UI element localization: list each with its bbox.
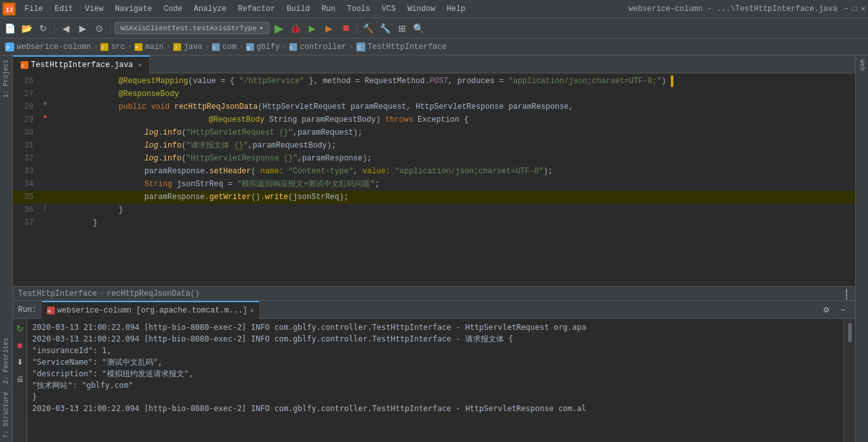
- menu-build[interactable]: Build: [282, 3, 315, 15]
- tab-bar: c TestHttpInterface.java ✕: [13, 55, 855, 73]
- breadcrumb-com[interactable]: com: [222, 43, 236, 52]
- code-line-31: 31 log.info("请求报文体 {}",paramRequestBody)…: [13, 139, 855, 152]
- menu-code[interactable]: Code: [159, 3, 188, 15]
- search-everywhere-btn[interactable]: 🔍: [412, 21, 426, 35]
- menu-file[interactable]: File: [19, 3, 48, 15]
- line-content-32[interactable]: log.info("HttpServletResponse {}",paramR…: [52, 152, 855, 165]
- line-num-37: 37: [13, 216, 39, 229]
- run-btn[interactable]: ▶: [272, 21, 286, 35]
- run-scrollbar[interactable]: [844, 319, 855, 442]
- toolbar: 📄 📂 ↻ ◀ ▶ ⊙ WSAxisClientTest.testAxisStr…: [0, 18, 868, 39]
- line-num-33: 33: [13, 165, 39, 178]
- run-config-label: WSAxisClientTest.testAxisStrType: [121, 24, 256, 32]
- rerun-btn[interactable]: ↻: [13, 322, 27, 336]
- line-content-34[interactable]: String jsonStrReq = "模拟返回响应报文+测试中文乱码问题";: [52, 178, 855, 191]
- line-content-36[interactable]: }: [52, 204, 855, 216]
- code-line-30: 30 log.info("HttpServletRequest {}",para…: [13, 126, 855, 139]
- run-config-dropdown[interactable]: WSAxisClientTest.testAxisStrType ▾: [115, 22, 269, 34]
- tab-close-btn[interactable]: ✕: [138, 61, 142, 69]
- menu-vcs[interactable]: VCS: [377, 3, 401, 15]
- run-panel: Run: m webserice-column [org.apache.tomc…: [13, 300, 855, 442]
- breadcrumb-java[interactable]: java: [184, 43, 202, 52]
- breakpoint-29[interactable]: ●: [43, 113, 47, 120]
- new-file-btn[interactable]: 📄: [3, 21, 17, 35]
- sidebar-project-tab[interactable]: 1: Project: [1, 55, 11, 102]
- menu-analyze[interactable]: Analyze: [189, 3, 231, 15]
- menu-refactor[interactable]: Refactor: [233, 3, 280, 15]
- editor-tab-active[interactable]: c TestHttpInterface.java ✕: [13, 55, 150, 73]
- menu-tools[interactable]: Tools: [342, 3, 376, 15]
- breadcrumb-project[interactable]: webserice-column: [17, 43, 91, 52]
- line-num-35: 35: [13, 191, 39, 204]
- editor-breadcrumb-method[interactable]: recHttpReqJsonData(): [107, 289, 200, 298]
- svg-text:c: c: [290, 44, 293, 50]
- line-content-26[interactable]: @RequestMapping(value = { "/httpService"…: [52, 75, 855, 88]
- right-sidebar: Web: [855, 55, 868, 442]
- breadcrumb-src[interactable]: src: [111, 43, 125, 52]
- sidebar-structure-tab[interactable]: 7: Structure: [1, 388, 11, 442]
- code-line-26: 26 @RequestMapping(value = { "/httpServi…: [13, 75, 855, 88]
- line-content-33[interactable]: paramResponse.setHeader( name: "Content-…: [52, 165, 855, 178]
- code-lines: 26 @RequestMapping(value = { "/httpServi…: [13, 73, 855, 229]
- main-layout: 1: Project 2: Favorites 7: Structure c T…: [0, 55, 868, 442]
- editor-area: c TestHttpInterface.java ✕ 26 @RequestMa…: [13, 55, 855, 442]
- refresh-btn[interactable]: ↻: [36, 21, 50, 35]
- line-content-35[interactable]: paramResponse.getWriter().write(jsonStrR…: [52, 191, 855, 204]
- cursor-indicator: |: [843, 287, 850, 300]
- sdk-btn[interactable]: 🔧: [378, 21, 392, 35]
- close-btn[interactable]: ✕: [861, 4, 865, 14]
- scroll-end-btn[interactable]: ⬇: [13, 355, 27, 369]
- run-scroll-thumb[interactable]: [848, 323, 852, 342]
- svg-text:S: S: [101, 44, 104, 50]
- line-content-31[interactable]: log.info("请求报文体 {}",paramRequestBody);: [52, 139, 855, 152]
- line-content-29[interactable]: @RequestBody String paramRequestBody) th…: [52, 113, 855, 126]
- sep2: [110, 23, 111, 34]
- build-artifact-btn[interactable]: 🔨: [362, 21, 376, 35]
- line-num-34: 34: [13, 178, 39, 191]
- editor-breadcrumb-class[interactable]: TestHttpInterface: [18, 289, 97, 298]
- run-panel-tab[interactable]: m webserice-column [org.apache.tomcat.m.…: [42, 301, 259, 319]
- stop-btn[interactable]: ■: [339, 21, 353, 35]
- sidebar-web-tab[interactable]: Web: [857, 55, 867, 75]
- menu-edit[interactable]: Edit: [50, 3, 79, 15]
- menu-view[interactable]: View: [80, 3, 109, 15]
- line-num-28: 28: [13, 101, 39, 113]
- structure-btn[interactable]: ⊞: [395, 21, 409, 35]
- minimize-btn[interactable]: −: [844, 5, 848, 14]
- forward-btn[interactable]: ▶: [75, 21, 90, 35]
- recent-btn[interactable]: ⊙: [92, 21, 106, 35]
- open-btn[interactable]: 📂: [19, 21, 34, 35]
- line-content-30[interactable]: log.info("HttpServletRequest {}",paramRe…: [52, 126, 855, 139]
- debug-btn[interactable]: 🐞: [289, 21, 303, 35]
- breadcrumb: P webserice-column › S src › M main › J …: [0, 39, 868, 55]
- back-btn[interactable]: ◀: [59, 21, 73, 35]
- fold-arrow-28[interactable]: ▼: [43, 101, 47, 108]
- svg-text:J: J: [174, 44, 177, 50]
- breadcrumb-controller[interactable]: controller: [300, 43, 346, 52]
- profile-btn[interactable]: ▶: [322, 21, 336, 35]
- coverage-btn[interactable]: ▶: [305, 21, 320, 35]
- line-content-28[interactable]: public void recHttpReqJsonData(HttpServl…: [52, 101, 855, 113]
- output-line-7: }: [32, 391, 838, 403]
- run-panel-tab-close-btn[interactable]: ✕: [250, 307, 254, 314]
- line-content-37[interactable]: }: [52, 216, 855, 229]
- menu-help[interactable]: Help: [441, 3, 470, 15]
- breadcrumb-main[interactable]: main: [145, 43, 164, 52]
- code-line-29: 29 ● @RequestBody String paramRequestBod…: [13, 113, 855, 126]
- left-sidebar: 1: Project 2: Favorites 7: Structure: [0, 55, 13, 442]
- line-content-27[interactable]: @ResponseBody: [52, 88, 855, 101]
- panel-minimize-btn[interactable]: −: [836, 303, 850, 317]
- fold-close-36[interactable]: }: [43, 204, 47, 211]
- main-folder-icon: M: [135, 43, 142, 51]
- menu-run[interactable]: Run: [316, 3, 341, 15]
- menu-navigate[interactable]: Navigate: [110, 3, 157, 15]
- print-btn[interactable]: 🖨: [13, 372, 27, 386]
- maximize-btn[interactable]: □: [853, 5, 857, 14]
- sidebar-favorites-tab[interactable]: 2: Favorites: [1, 334, 11, 388]
- breadcrumb-gblfy[interactable]: gblfy: [256, 43, 280, 52]
- menu-window[interactable]: Window: [402, 3, 440, 15]
- panel-settings-btn[interactable]: ⚙: [819, 303, 833, 317]
- breadcrumb-class[interactable]: TestHttpInterface: [368, 43, 447, 52]
- line-gutter-28: ▼: [39, 101, 52, 108]
- stop-run-btn[interactable]: ■: [13, 338, 27, 352]
